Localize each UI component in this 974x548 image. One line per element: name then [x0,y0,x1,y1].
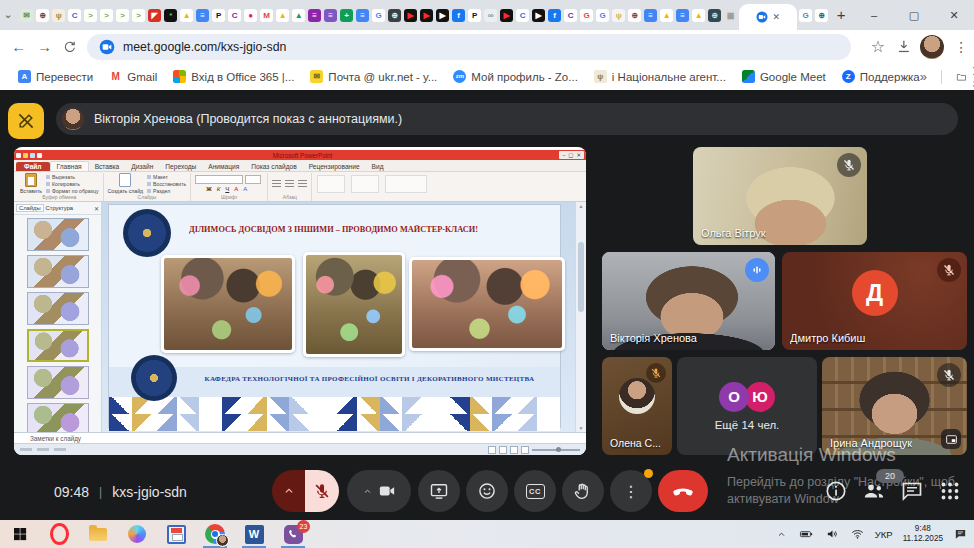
camera-options-chevron[interactable] [362,486,373,497]
ppt-tab-animation[interactable]: Анимация [202,162,245,171]
pinned-tab-favicon[interactable]: ● [244,9,257,22]
ppt-tab-review[interactable]: Рецензирование [303,162,366,171]
bookmark-office[interactable]: Вхід в Office 365 |... [173,70,294,83]
bookmark-meet[interactable]: Google Meet [742,70,826,83]
browser-menu-icon[interactable]: ⋮ [948,39,974,55]
pinned-tab-favicon[interactable]: ▶ [500,9,513,22]
zoom-slider[interactable] [532,449,580,451]
present-screen-button[interactable] [418,470,460,512]
participant-tile-olena[interactable]: Олена С... [602,357,672,455]
pinned-tab-favicon[interactable]: P [212,9,225,22]
pinned-tab-favicon[interactable]: ≡ [308,9,321,22]
scrollbar-thumb[interactable] [578,242,584,312]
pinned-tab-favicon[interactable]: ψ [52,9,65,22]
action-center-icon[interactable] [953,527,968,541]
file-explorer-icon[interactable] [86,520,110,548]
pinned-tab-favicon[interactable]: G [372,9,385,22]
view-reading-icon[interactable] [510,446,518,454]
pinned-tab-favicon[interactable]: ▶ [436,9,449,22]
bookmark-translate[interactable]: AПеревести [18,70,93,83]
tab-close-icon[interactable]: ✕ [772,12,780,22]
bookmark-zsupport[interactable]: ZПоддержка [842,70,920,83]
pinned-tab-favicon[interactable]: ▲ [292,9,305,22]
ppt-paste-button[interactable]: Вставить [20,173,42,194]
pinned-tab-favicon[interactable]: ▶ [404,9,417,22]
reactions-button[interactable] [466,470,508,512]
ppt-notes-pane[interactable]: Заметки к слайду [14,432,586,443]
mic-muted-button[interactable] [305,470,339,512]
forward-button[interactable]: → [32,38,58,55]
pinned-tab-favicon[interactable]: ⊕ [708,9,721,22]
ppt-reset-button[interactable]: Восстановить [147,181,186,187]
pinned-tab-favicon[interactable]: f [548,9,561,22]
profile-avatar[interactable] [920,35,944,59]
pinned-tab-favicon[interactable]: ψ [612,9,625,22]
pinned-tab-favicon[interactable]: ▲ [660,9,673,22]
ppt-scrollbar[interactable]: ▲ ▼ [575,202,586,432]
opera-icon[interactable] [47,520,71,548]
meeting-details-icon[interactable] [824,479,848,503]
raise-hand-button[interactable] [562,470,604,512]
pinned-tab-favicon[interactable]: G [580,9,593,22]
ppt-section-button[interactable]: Раздел [147,188,186,194]
pinned-tab-favicon[interactable]: ⊕ [815,9,828,22]
ppt-panel-close-icon[interactable]: ✕ [94,205,99,212]
ppt-tab-design[interactable]: Дизайн [125,162,159,171]
pinned-tab-favicon[interactable]: C [68,9,81,22]
pinned-tab-favicon[interactable]: ✉ [20,9,33,22]
pinned-tab-favicon[interactable]: ▦ [724,9,737,22]
ppt-copy-button[interactable]: Копировать [46,181,99,187]
bookmark-zoom[interactable]: zmМой профиль - Zo... [453,70,578,83]
pinned-tab-favicon[interactable]: ▶ [420,9,433,22]
ppt-maximize-button[interactable]: ▢ [568,152,573,158]
new-tab-button[interactable]: + [832,4,850,26]
viber-icon[interactable]: 23 [281,520,305,548]
tab-search-chevron-icon[interactable]: ⌄ [0,0,16,30]
ppt-tab-file[interactable]: Файл [16,162,50,171]
view-slideshow-icon[interactable] [521,446,529,454]
pinned-tab-favicon[interactable]: > [84,9,97,22]
view-normal-icon[interactable] [488,446,496,454]
pinned-tab-favicon[interactable]: P [468,9,481,22]
ppt-tab-transitions[interactable]: Переходы [159,162,202,171]
pinned-tab-favicon[interactable]: ≡ [644,9,657,22]
ppt-slides-panel[interactable]: Слайды Структура ✕ [14,202,102,432]
slide-thumbnail[interactable] [27,218,89,251]
bookmark-ukrmail[interactable]: ✉Почта @ ukr.net - у... [310,70,437,83]
ppt-tab-home[interactable]: Главная [50,161,89,171]
pinned-tab-favicon[interactable]: f [452,9,465,22]
participant-tile-olga-vitruk[interactable]: Ольга Вітрук [693,147,867,245]
pinned-tab-favicon[interactable]: > [100,9,113,22]
pinned-tab-favicon[interactable]: > [116,9,129,22]
pinned-tab-favicon[interactable]: > [132,9,145,22]
ppt-tab-view[interactable]: Вид [366,162,390,171]
back-button[interactable]: ← [6,38,32,55]
pinned-tab-favicon[interactable]: ▲ [276,9,289,22]
bookmark-gmail[interactable]: MGmail [109,70,157,83]
url-bar[interactable]: meet.google.com/kxs-jgio-sdn [87,34,851,60]
bookmarks-overflow-icon[interactable]: » [920,69,927,84]
pinned-tab-favicon[interactable]: ▲ [180,9,193,22]
pinned-tab-favicon[interactable]: ≡ [676,9,689,22]
window-close-button[interactable]: ✕ [934,0,974,30]
ppt-cut-button[interactable]: Вырезать [46,174,99,180]
pinned-tab-favicon[interactable]: C [516,9,529,22]
pinned-tab-favicon[interactable]: ≡ [356,9,369,22]
pinned-tab-favicon[interactable]: ▶ [532,9,545,22]
pinned-tab-favicon[interactable]: + [340,9,353,22]
chrome-icon[interactable] [203,520,227,548]
ppt-new-slide-button[interactable]: Создать слайд [108,173,144,194]
copilot-icon[interactable] [125,520,149,548]
mic-options-chevron[interactable] [272,470,305,512]
start-button[interactable] [8,520,32,548]
floppy-disk-app-icon[interactable] [164,520,188,548]
ppt-format-painter-button[interactable]: Формат по образцу [46,188,99,194]
ppt-tab-insert[interactable]: Вставка [89,162,126,171]
ppt-layout-button[interactable]: Макет [147,174,186,180]
word-icon[interactable]: W [242,520,266,548]
language-indicator[interactable]: УКР [875,529,893,540]
leave-call-button[interactable] [658,470,708,512]
bookmark-star-icon[interactable]: ☆ [865,37,891,56]
clock[interactable]: 9:48 11.12.2025 [903,524,943,544]
active-tab[interactable]: ✕ [739,4,797,30]
